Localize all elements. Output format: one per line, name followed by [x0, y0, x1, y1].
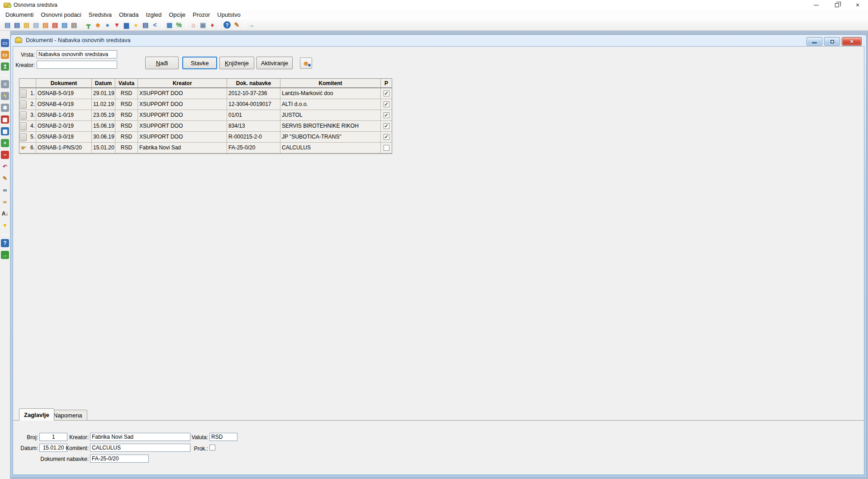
cell-kreator[interactable]: XSUPPORT DOO — [138, 110, 227, 121]
cell-kreator[interactable]: XSUPPORT DOO — [138, 121, 227, 132]
stavke-button[interactable]: Stavke — [182, 57, 217, 69]
p-cell[interactable] — [381, 143, 392, 153]
cell-komitent[interactable]: JP "SUBOTICA-TRANS" — [280, 132, 381, 143]
print-setup-icon[interactable]: ✱ — [1, 104, 9, 112]
row-indicator[interactable]: ☛6. — [19, 143, 36, 153]
cell-valuta[interactable]: RSD — [115, 99, 138, 110]
p-cell[interactable]: ✓ — [381, 110, 392, 121]
menu-item-izgled[interactable]: Izgled — [142, 10, 165, 19]
cell-datum[interactable]: 23.05.19 — [92, 110, 115, 121]
restore-button[interactable] — [826, 0, 847, 10]
filter-drop-icon[interactable]: ▼ — [113, 21, 121, 29]
cell-komitent[interactable]: Lantzis-Marković doo — [280, 88, 381, 99]
print-icon[interactable]: ≡ — [1, 80, 9, 88]
package-red-icon[interactable]: ▦ — [1, 115, 9, 124]
exit-icon[interactable]: → — [247, 21, 256, 29]
search-next-icon[interactable]: ∞ — [1, 198, 9, 206]
cell-valuta[interactable]: RSD — [115, 121, 138, 132]
p-cell[interactable]: ✓ — [381, 132, 392, 143]
cell-dok-nabavke[interactable]: 12-3004-0019017 — [227, 99, 280, 110]
cell-komitent[interactable]: JUSTOL — [280, 110, 381, 121]
cell-dokument[interactable]: OSNAB-4-0/19 — [36, 99, 92, 110]
doc-close-button[interactable]: × — [842, 37, 862, 46]
cell-valuta[interactable]: RSD — [115, 132, 138, 143]
grid-header-p[interactable]: P — [381, 79, 392, 88]
grid-header-dok-nabavke[interactable]: Dok. nabavke — [227, 79, 280, 88]
row-selector[interactable] — [20, 133, 27, 141]
cell-kreator[interactable]: XSUPPORT DOO — [138, 132, 227, 143]
bulb-icon[interactable]: ● — [132, 21, 140, 29]
add-record-icon[interactable]: + — [1, 139, 9, 147]
calc-doc-icon[interactable]: ▤ — [141, 21, 150, 29]
grid-header-kreator[interactable]: Kreator — [138, 79, 227, 88]
doc-restore-button[interactable] — [824, 37, 840, 46]
cell-dokument[interactable]: OSNAB-5-0/19 — [36, 88, 92, 99]
preview-icon[interactable]: ▣ — [199, 21, 207, 29]
cell-kreator[interactable]: XSUPPORT DOO — [138, 99, 227, 110]
cell-datum[interactable]: 29.01.19 — [92, 88, 115, 99]
doc-lightning-icon[interactable]: ▤ — [22, 21, 31, 29]
web-edit-icon[interactable]: ✎ — [232, 21, 241, 29]
home-icon[interactable]: ⌂ — [189, 21, 198, 29]
cell-dokument[interactable]: OSNAB-1-0/19 — [36, 110, 92, 121]
doc-mark-icon[interactable]: ▤ — [41, 21, 50, 29]
doc-copy-icon[interactable]: ▤ — [32, 21, 40, 29]
tab-zaglavlje[interactable]: Zaglavlje — [19, 408, 54, 421]
user-info-button[interactable]: ☻ — [300, 57, 312, 69]
cell-datum[interactable]: 15.01.20 — [92, 143, 115, 153]
cell-dokument[interactable]: OSNAB-3-0/19 — [36, 132, 92, 143]
menu-item-sredstva[interactable]: Sredstva — [85, 10, 115, 19]
tab-napomena[interactable]: Napomena — [48, 410, 87, 421]
aktiviranje-button[interactable]: Aktiviranje — [256, 57, 293, 69]
exit-app-icon[interactable]: → — [1, 251, 9, 259]
save-form-icon[interactable]: ▭ — [1, 51, 9, 59]
cell-kreator[interactable]: Fabrika Novi Sad — [138, 143, 227, 153]
cell-valuta[interactable]: RSD — [115, 88, 138, 99]
doc-minimize-button[interactable] — [806, 37, 822, 46]
save-icon[interactable]: ▭ — [1, 39, 9, 47]
kreator-input[interactable]: Fabrika Novi Sad — [90, 433, 190, 441]
package-blue-icon[interactable]: ▦ — [1, 127, 9, 135]
doc-refresh-icon[interactable]: ▤ — [60, 21, 69, 29]
export-form-icon[interactable]: ↥ — [1, 62, 9, 71]
p-cell[interactable]: ✓ — [381, 121, 392, 132]
print-fast-icon[interactable]: ϟ — [1, 92, 9, 100]
grid-header-komitent[interactable]: Komitent — [280, 79, 381, 88]
filter-icon[interactable]: ▼ — [1, 221, 9, 230]
cell-dok-nabavke[interactable]: R-000215-2-0 — [227, 132, 280, 143]
cell-kreator[interactable]: XSUPPORT DOO — [138, 88, 227, 99]
p-checkbox[interactable]: ✓ — [384, 101, 389, 107]
puzzle-icon[interactable]: ♦ — [208, 21, 217, 29]
grid-header-datum[interactable]: Datum — [92, 79, 115, 88]
cell-dok-nabavke[interactable]: 2012-10-37-236 — [227, 88, 280, 99]
menu-item-prozor[interactable]: Prozor — [189, 10, 213, 19]
hierarchy-icon[interactable]: ┳ — [84, 21, 93, 29]
kreator-filter-input[interactable] — [37, 61, 117, 69]
cell-valuta[interactable]: RSD — [115, 143, 138, 153]
knjizenje-button[interactable]: Knjiženje — [219, 57, 254, 69]
close-button[interactable]: × — [847, 0, 868, 10]
menu-item-opcije[interactable]: Opcije — [165, 10, 189, 19]
p-checkbox[interactable]: ✓ — [384, 134, 389, 140]
p-checkbox[interactable]: ✓ — [384, 91, 389, 96]
search-icon[interactable]: ∞ — [1, 186, 9, 194]
p-cell[interactable]: ✓ — [381, 88, 392, 99]
chart-icon[interactable]: ▆ — [122, 21, 131, 29]
cell-dok-nabavke[interactable]: 01/01 — [227, 110, 280, 121]
cell-komitent[interactable]: ALTI d.o.o. — [280, 99, 381, 110]
globe-icon[interactable]: ● — [103, 21, 112, 29]
row-indicator[interactable]: 2. — [19, 99, 36, 110]
row-indicator[interactable]: 4. — [19, 121, 36, 132]
row-indicator[interactable]: 3. — [19, 110, 36, 121]
row-selector[interactable] — [20, 111, 27, 120]
menu-item-uputstvo[interactable]: Uputstvo — [213, 10, 244, 19]
menu-item-osnovni-podaci[interactable]: Osnovni podaci — [37, 10, 85, 19]
minimize-button[interactable] — [806, 0, 826, 10]
cell-komitent[interactable]: SERVIS BIROTEHNIKE RIKOH — [280, 121, 381, 132]
delete-record-icon[interactable]: − — [1, 151, 9, 159]
cell-datum[interactable]: 30.06.19 — [92, 132, 115, 143]
row-selector[interactable] — [20, 122, 27, 130]
edit-record-icon[interactable]: ✎ — [1, 174, 9, 182]
cell-dokument[interactable]: OSNAB-1-PNS/20 — [36, 143, 92, 153]
vrsta-input[interactable]: Nabavka osnovnih sredstava — [37, 50, 117, 58]
